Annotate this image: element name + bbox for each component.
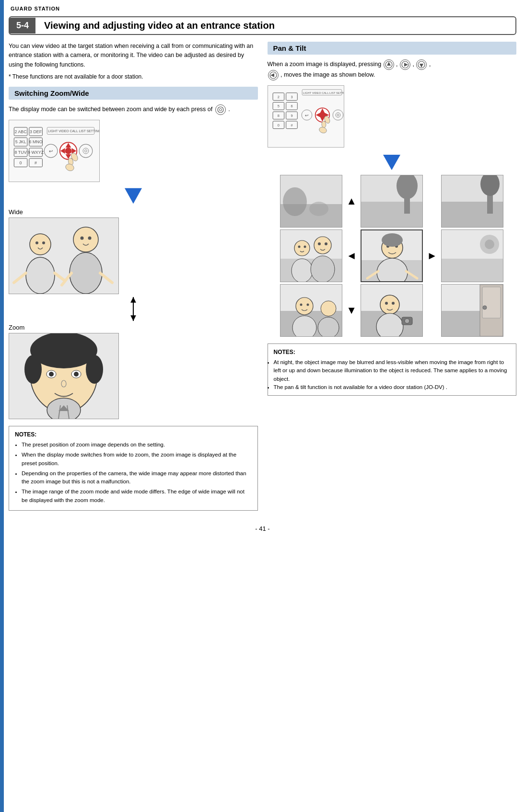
svg-point-23 [65, 148, 72, 154]
svg-text:↩: ↩ [49, 149, 53, 154]
pan-right-icon [400, 59, 410, 70]
pan-up-arrow-label: ▲ [344, 195, 359, 207]
svg-rect-115 [442, 202, 503, 227]
notes-left-item-3: Depending on the properties of the camer… [22, 469, 252, 486]
svg-point-124 [298, 246, 301, 248]
pan-up-icon [384, 59, 394, 70]
asterisk-note: * These functions are not available for … [9, 73, 258, 80]
svg-text:6 MNO: 6 MNO [29, 139, 43, 144]
svg-marker-34 [125, 188, 142, 204]
svg-text:↩: ↩ [304, 113, 308, 118]
svg-text:#: # [35, 160, 37, 165]
svg-point-140 [485, 240, 494, 249]
svg-marker-49 [130, 297, 136, 303]
svg-text:5: 5 [277, 104, 279, 108]
svg-point-109 [309, 202, 328, 216]
pan-grid-mid-row: ◄ [280, 229, 503, 282]
svg-point-152 [376, 313, 403, 336]
svg-point-145 [300, 304, 303, 306]
svg-point-37 [26, 257, 55, 294]
svg-point-43 [88, 237, 92, 240]
svg-text:9 WXYZ: 9 WXYZ [28, 150, 44, 155]
section-title-bar: 5-4 Viewing and adjusting video at an en… [9, 16, 516, 35]
svg-point-108 [283, 187, 307, 216]
keypad-illustration: 2 ABC 3 DEF 5 JKL 6 MNO 8 TUV 9 WXYZ [9, 120, 100, 183]
svg-text:0: 0 [20, 160, 22, 165]
pan-left-icon [268, 70, 279, 80]
notes-right-item-1: At night, the object image may be blurre… [274, 358, 511, 383]
svg-text:8: 8 [277, 114, 279, 118]
svg-text:#: # [291, 123, 293, 127]
wide-section: Wide [9, 208, 258, 294]
svg-point-1 [219, 109, 222, 111]
wide-label: Wide [9, 208, 258, 216]
pan-top-center [361, 175, 423, 228]
notes-left-item-4: The image range of the zoom mode and wid… [22, 488, 252, 504]
arrow-vertical [9, 297, 258, 321]
svg-point-147 [321, 301, 336, 316]
pan-mid-center [361, 229, 423, 282]
left-border [0, 0, 4, 812]
svg-text:8 TUV: 8 TUV [15, 150, 27, 155]
arrow-down-2 [268, 154, 517, 171]
svg-marker-50 [130, 315, 136, 321]
notes-left-title: NOTES: [15, 430, 252, 439]
svg-point-123 [311, 256, 335, 282]
pan-bot-right [441, 284, 503, 337]
notes-right: NOTES: At night, the object image may be… [268, 343, 517, 396]
pan-down-arrow-label: ▼ [344, 304, 359, 317]
wide-image [9, 217, 119, 294]
svg-point-153 [385, 302, 388, 305]
notes-right-title: NOTES: [274, 348, 511, 356]
svg-text:LIGHT VIDEO CALL LIST SETTING: LIGHT VIDEO CALL LIST SETTING [303, 91, 344, 94]
svg-text:3: 3 [291, 95, 292, 99]
svg-point-103 [321, 121, 326, 128]
svg-point-120 [294, 240, 310, 256]
pan-tilt-text: When a zoom image is displayed, pressing… [268, 59, 517, 80]
svg-point-100 [336, 113, 340, 117]
pan-top-left [280, 175, 342, 228]
switching-zoom-header: Switching Zoom/Wide [9, 87, 258, 100]
svg-point-40 [35, 241, 38, 244]
section-number: 5-4 [10, 18, 35, 34]
svg-point-121 [292, 259, 313, 282]
svg-point-127 [325, 242, 327, 245]
zoom-image [9, 333, 119, 419]
svg-point-154 [392, 302, 395, 305]
svg-point-151 [380, 295, 399, 314]
svg-text:0: 0 [277, 123, 279, 127]
pan-tilt-grid: ▲ [268, 175, 517, 337]
arrow-down-1 [9, 187, 258, 205]
svg-point-42 [81, 237, 84, 240]
mode-button-icon [215, 104, 226, 115]
svg-rect-138 [442, 259, 503, 282]
left-column: You can view video at the target station… [9, 42, 258, 511]
zoom-section: Zoom [9, 324, 258, 419]
switching-zoom-text: The display mode can be switched between… [9, 104, 258, 115]
svg-point-41 [42, 241, 45, 244]
pan-bot-center [361, 284, 423, 337]
pan-top-right [441, 175, 503, 228]
pan-down-icon [416, 59, 427, 70]
right-column: Pan & Tilt When a zoom image is displaye… [268, 42, 517, 511]
pan-tilt-header: Pan & Tilt [268, 42, 517, 55]
zoom-illustration-area: 2 ABC 3 DEF 5 JKL 6 MNO 8 TUV 9 WXYZ [9, 120, 258, 183]
svg-point-54 [24, 355, 42, 384]
notes-right-item-2: The pan & tilt function is not available… [274, 383, 511, 391]
notes-left-item-1: The preset position of zoom image depend… [22, 441, 252, 449]
svg-point-55 [86, 355, 103, 384]
svg-point-125 [304, 246, 306, 248]
svg-point-122 [314, 237, 331, 254]
section-title: Viewing and adjusting video at an entran… [35, 17, 283, 34]
pan-device-area: 2 3 5 6 8 9 0 [268, 85, 517, 149]
page-number: - 41 - [9, 525, 516, 542]
svg-text:6: 6 [291, 104, 292, 108]
svg-marker-70 [420, 64, 423, 68]
svg-text:LIGHT  VIDEO CALL  LIST  SETTI: LIGHT VIDEO CALL LIST SETTING [48, 129, 100, 133]
svg-point-38 [73, 227, 98, 252]
svg-point-134 [382, 233, 403, 247]
notes-left-list: The preset position of zoom image depend… [15, 441, 252, 504]
svg-point-30 [85, 150, 87, 152]
svg-point-104 [318, 126, 327, 134]
svg-text:3 DEF: 3 DEF [30, 129, 42, 134]
